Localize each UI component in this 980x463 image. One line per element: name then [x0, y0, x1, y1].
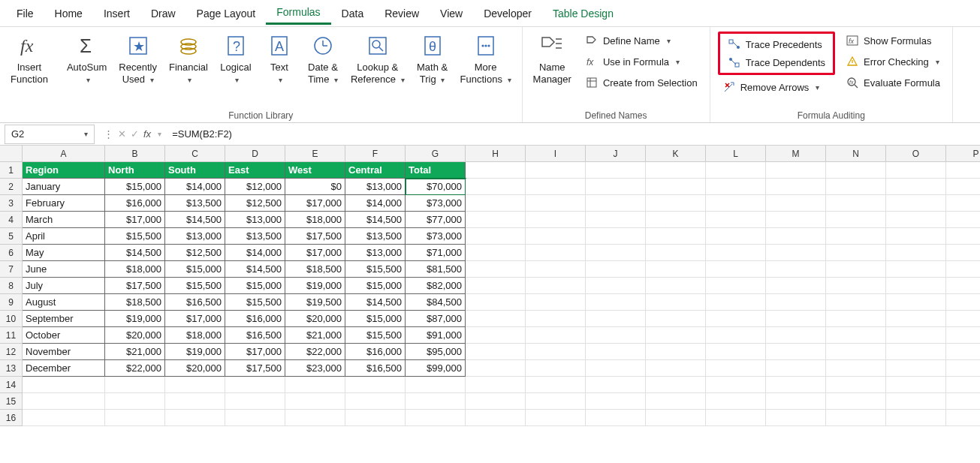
table-cell[interactable]: $17,000	[105, 212, 165, 228]
cell[interactable]	[706, 377, 766, 393]
cell[interactable]	[646, 294, 706, 311]
table-header-cell[interactable]: West	[285, 162, 345, 179]
table-cell[interactable]: $15,500	[165, 278, 225, 294]
column-header[interactable]: E	[285, 146, 345, 162]
table-cell[interactable]: July	[23, 278, 105, 294]
cell[interactable]	[345, 410, 406, 426]
tab-formulas[interactable]: Formulas	[266, 2, 330, 25]
cell[interactable]	[946, 278, 980, 294]
cell[interactable]	[946, 228, 980, 245]
cell[interactable]	[466, 410, 526, 426]
insert-function-button[interactable]: fx Insert Function	[5, 30, 54, 85]
table-cell[interactable]: $20,000	[285, 311, 345, 327]
cell[interactable]	[586, 410, 646, 426]
row-header[interactable]: 2	[0, 179, 23, 195]
column-header[interactable]: N	[826, 146, 886, 162]
cell[interactable]	[466, 327, 526, 344]
table-cell[interactable]: $13,000	[225, 212, 285, 228]
table-cell[interactable]: $16,500	[225, 327, 285, 344]
table-cell[interactable]: $17,000	[165, 311, 225, 327]
cell[interactable]	[165, 393, 225, 410]
tab-view[interactable]: View	[430, 3, 473, 24]
cell[interactable]	[706, 360, 766, 377]
tab-file[interactable]: File	[6, 3, 44, 24]
tab-developer[interactable]: Developer	[473, 3, 542, 24]
column-header[interactable]: G	[406, 146, 466, 162]
cell[interactable]	[466, 377, 526, 393]
column-header[interactable]: J	[586, 146, 646, 162]
financial-button[interactable]: Financial▾	[163, 30, 214, 85]
table-cell[interactable]: $20,000	[105, 327, 165, 344]
table-cell[interactable]: $16,000	[105, 195, 165, 212]
cell[interactable]	[946, 179, 980, 195]
cell[interactable]	[285, 410, 345, 426]
cell[interactable]	[766, 377, 826, 393]
cell[interactable]	[466, 162, 526, 179]
cell[interactable]	[886, 228, 946, 245]
cell[interactable]	[766, 212, 826, 228]
table-cell[interactable]: $13,500	[165, 195, 225, 212]
column-header[interactable]: O	[886, 146, 946, 162]
cell[interactable]	[946, 195, 980, 212]
cell[interactable]	[526, 162, 586, 179]
autosum-button[interactable]: Σ AutoSum▾	[61, 30, 113, 85]
cell[interactable]	[706, 311, 766, 327]
table-cell[interactable]: August	[23, 294, 105, 311]
cell[interactable]	[586, 195, 646, 212]
cell[interactable]	[526, 311, 586, 327]
table-cell[interactable]: $17,000	[285, 195, 345, 212]
column-header[interactable]: B	[105, 146, 165, 162]
table-cell[interactable]: $81,500	[406, 261, 466, 278]
error-checking-button[interactable]: Error Checking ▾	[841, 53, 945, 71]
table-cell[interactable]: $13,500	[345, 228, 406, 245]
row-header[interactable]: 11	[0, 327, 23, 344]
cell[interactable]	[706, 393, 766, 410]
cell[interactable]	[406, 377, 466, 393]
table-cell[interactable]: $16,000	[225, 311, 285, 327]
cell[interactable]	[285, 377, 345, 393]
cell[interactable]	[706, 212, 766, 228]
cell[interactable]	[946, 360, 980, 377]
cell[interactable]	[466, 212, 526, 228]
table-cell[interactable]: September	[23, 311, 105, 327]
remove-arrows-button[interactable]: Remove Arrows ▾	[718, 78, 835, 96]
cell[interactable]	[946, 212, 980, 228]
tab-data[interactable]: Data	[331, 3, 375, 24]
cell[interactable]	[526, 410, 586, 426]
table-cell[interactable]: January	[23, 179, 105, 195]
cell[interactable]	[526, 195, 586, 212]
table-cell[interactable]: December	[23, 360, 105, 377]
cell[interactable]	[345, 377, 406, 393]
cell[interactable]	[766, 410, 826, 426]
cell[interactable]	[526, 327, 586, 344]
cell[interactable]	[706, 261, 766, 278]
cell[interactable]	[23, 410, 105, 426]
table-cell[interactable]: February	[23, 195, 105, 212]
define-name-button[interactable]: Define Name ▾	[580, 32, 702, 50]
row-header[interactable]: 7	[0, 261, 23, 278]
table-header-cell[interactable]: North	[105, 162, 165, 179]
cell[interactable]	[466, 344, 526, 360]
evaluate-formula-button[interactable]: fx Evaluate Formula	[841, 74, 945, 92]
row-header[interactable]: 16	[0, 410, 23, 426]
column-header[interactable]: C	[165, 146, 225, 162]
cell[interactable]	[766, 261, 826, 278]
table-header-cell[interactable]: Total	[406, 162, 466, 179]
table-header-cell[interactable]: Central	[345, 162, 406, 179]
table-cell[interactable]: $15,000	[225, 278, 285, 294]
cancel-icon[interactable]: ✕	[118, 128, 126, 140]
text-button[interactable]: A Text▾	[258, 30, 301, 85]
cell[interactable]	[946, 311, 980, 327]
cell[interactable]	[826, 294, 886, 311]
cell[interactable]	[285, 393, 345, 410]
table-cell[interactable]: November	[23, 344, 105, 360]
column-header[interactable]: F	[345, 146, 406, 162]
cell[interactable]	[946, 294, 980, 311]
cell[interactable]	[886, 393, 946, 410]
cell[interactable]	[886, 311, 946, 327]
cell[interactable]	[526, 245, 586, 261]
cell[interactable]	[766, 179, 826, 195]
table-cell[interactable]: $22,000	[285, 344, 345, 360]
table-cell[interactable]: $12,500	[165, 245, 225, 261]
table-cell[interactable]: June	[23, 261, 105, 278]
